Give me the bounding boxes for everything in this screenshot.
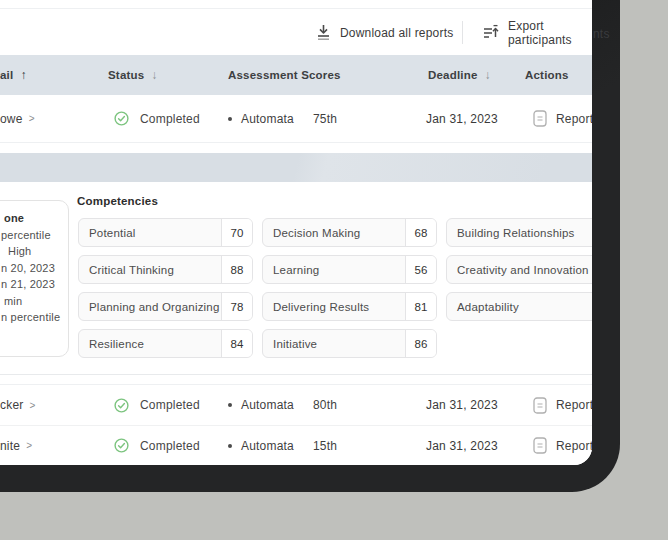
participant-name-link[interactable]: owe > xyxy=(0,95,35,142)
chevron-right-icon: > xyxy=(29,113,35,124)
competency-label: Learning xyxy=(263,264,405,276)
summary-line: n percentile xyxy=(0,309,68,326)
assessment-percentile: 15th xyxy=(313,426,337,465)
report-icon[interactable] xyxy=(533,426,547,465)
table-row[interactable]: cker > Completed Automata 80th Jan 31, 2… xyxy=(0,385,592,426)
summary-line: n 20, 2023 xyxy=(0,260,68,277)
table-row[interactable]: owe > Completed Automata 75th Jan 31, 20… xyxy=(0,95,592,143)
expanded-details-panel: one percentile High n 20, 2023 n 21, 202… xyxy=(0,182,592,374)
competency-chip: Decision Making 68 xyxy=(262,218,437,247)
participant-name-link[interactable]: cker > xyxy=(0,385,36,425)
report-link[interactable]: Report xyxy=(556,385,592,425)
chevron-right-icon: > xyxy=(29,400,35,411)
summary-line: percentile xyxy=(0,227,68,244)
competency-label: Initiative xyxy=(263,338,405,350)
assessment-percentile: 75th xyxy=(313,95,337,142)
deadline-header-label: Deadline xyxy=(428,69,478,81)
export-participants-label: Export participants xyxy=(508,19,592,47)
download-all-reports-label: Download all reports xyxy=(340,26,453,40)
status-text: Completed xyxy=(140,385,200,425)
participant-name-link[interactable]: nite > xyxy=(0,426,32,465)
export-label-overflow: nts xyxy=(593,27,610,41)
summary-line: High xyxy=(0,243,68,260)
page: nts Download all reports xyxy=(0,0,668,540)
summary-line: one xyxy=(0,210,68,227)
deadline-date: Jan 31, 2023 xyxy=(426,95,498,142)
competency-score: 81 xyxy=(405,293,436,320)
status-header-label: Status xyxy=(108,69,144,81)
report-link[interactable]: Report xyxy=(556,95,592,142)
report-link[interactable]: Report xyxy=(556,426,592,465)
bullet-icon xyxy=(228,385,232,425)
chevron-right-icon: > xyxy=(26,440,32,451)
column-header-email[interactable]: ail ↑ xyxy=(0,55,27,95)
summary-line: n 21, 2023 xyxy=(0,276,68,293)
participant-summary-card: one percentile High n 20, 2023 n 21, 202… xyxy=(0,200,69,357)
competency-chip: Resilience 84 xyxy=(78,329,253,358)
table-row[interactable]: nite > Completed Automata 15th Jan 31, 2… xyxy=(0,426,592,465)
participant-name: nite xyxy=(0,439,20,453)
competency-chip: Adaptability xyxy=(446,292,592,321)
toolbar-divider xyxy=(462,21,463,44)
assessment-percentile: 80th xyxy=(313,385,337,425)
deadline-date: Jan 31, 2023 xyxy=(426,385,498,425)
competency-score: 84 xyxy=(221,330,252,357)
sort-descending-icon: ↓ xyxy=(485,68,491,82)
assessment-provider: Automata xyxy=(241,426,294,465)
column-header-status[interactable]: Status ↓ xyxy=(108,55,158,95)
email-header-label: ail xyxy=(0,69,13,81)
summary-line: min xyxy=(0,293,68,310)
participant-name: owe xyxy=(0,112,23,126)
column-header-deadline[interactable]: Deadline ↓ xyxy=(428,55,491,95)
table-header: ail ↑ Status ↓ Assessment Scores Deadlin… xyxy=(0,55,592,95)
bullet-icon xyxy=(228,426,232,465)
sort-ascending-icon: ↑ xyxy=(20,68,26,82)
competency-score: 88 xyxy=(221,256,252,283)
competency-label: Planning and Organizing xyxy=(79,301,221,313)
competency-score: 68 xyxy=(405,219,436,246)
competency-chip: Delivering Results 81 xyxy=(262,292,437,321)
assessment-provider: Automata xyxy=(241,385,294,425)
competency-label: Adaptability xyxy=(447,301,592,313)
competencies-title: Competencies xyxy=(77,195,158,207)
competency-chip: Potential 70 xyxy=(78,218,253,247)
competency-label: Building Relationships xyxy=(447,227,592,239)
sort-descending-icon: ↓ xyxy=(151,68,157,82)
competency-chip: Critical Thinking 88 xyxy=(78,255,253,284)
competency-chip: Planning and Organizing 78 xyxy=(78,292,253,321)
competency-chip: Initiative 86 xyxy=(262,329,437,358)
bullet-icon xyxy=(228,95,232,142)
app-screen: Download all reports Export participants… xyxy=(0,0,592,465)
column-header-actions: Actions xyxy=(525,55,569,95)
competency-score: 56 xyxy=(405,256,436,283)
status-text: Completed xyxy=(140,95,200,142)
competency-label: Creativity and Innovation xyxy=(447,264,592,276)
competency-score: 70 xyxy=(221,219,252,246)
top-strip xyxy=(0,0,592,9)
assessment-provider: Automata xyxy=(241,95,294,142)
scores-header-label: Assessment Scores xyxy=(228,69,341,81)
competency-label: Delivering Results xyxy=(263,301,405,313)
download-icon xyxy=(316,24,331,41)
export-icon xyxy=(483,24,499,41)
competency-chip: Building Relationships xyxy=(446,218,592,247)
competency-chip: Creativity and Innovation xyxy=(446,255,592,284)
competency-label: Critical Thinking xyxy=(79,264,221,276)
column-header-assessment-scores: Assessment Scores xyxy=(228,55,341,95)
report-icon[interactable] xyxy=(533,95,547,142)
report-icon[interactable] xyxy=(533,385,547,425)
participant-name: cker xyxy=(0,398,23,412)
competency-score: 78 xyxy=(221,293,252,320)
status-text: Completed xyxy=(140,426,200,465)
competency-label: Potential xyxy=(79,227,221,239)
competency-chip: Learning 56 xyxy=(262,255,437,284)
download-all-reports-button[interactable]: Download all reports xyxy=(316,10,453,55)
deadline-date: Jan 31, 2023 xyxy=(426,426,498,465)
competency-score: 86 xyxy=(405,330,436,357)
status-completed-icon xyxy=(114,95,129,142)
expanded-row-band xyxy=(0,153,592,182)
section-divider xyxy=(0,374,592,375)
export-participants-button[interactable]: Export participants xyxy=(483,10,592,55)
toolbar: Download all reports Export participants xyxy=(0,10,592,55)
competency-label: Resilience xyxy=(79,338,221,350)
